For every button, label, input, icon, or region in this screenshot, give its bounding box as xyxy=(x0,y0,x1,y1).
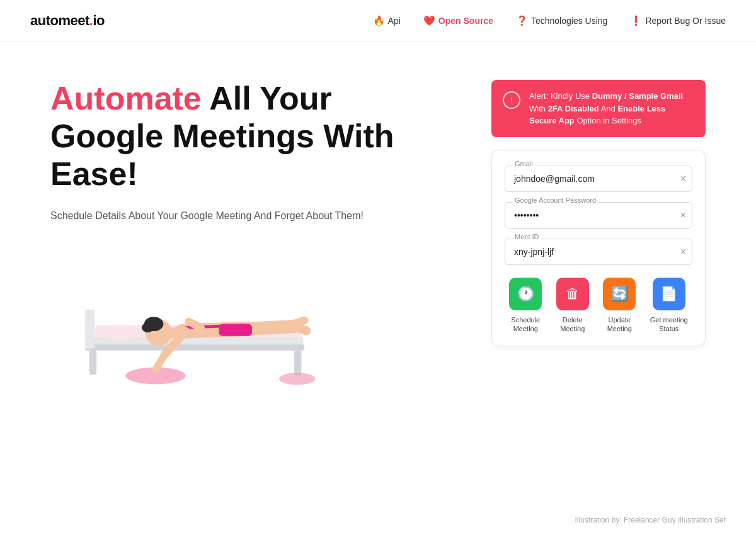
schedule-label: ScheduleMeeting xyxy=(511,315,540,334)
nav-item-api[interactable]: 🔥 Api xyxy=(373,15,401,26)
hero-subtitle: Schedule Details About Your Google Meeti… xyxy=(50,208,403,224)
hero-title-highlight: Automate xyxy=(50,80,202,116)
svg-line-14 xyxy=(156,354,164,370)
svg-point-19 xyxy=(142,323,154,332)
action-buttons: 🕐 ScheduleMeeting 🗑 DeleteMeeting 🔄 Upda… xyxy=(505,278,692,334)
alert-bold2: 2FA Disabled xyxy=(548,104,599,113)
delete-meeting-button[interactable]: 🗑 DeleteMeeting xyxy=(556,278,589,334)
delete-label: DeleteMeeting xyxy=(560,315,585,334)
schedule-icon: 🕐 xyxy=(509,278,542,310)
svg-rect-3 xyxy=(294,351,301,375)
main-content: Automate All Your Google Meetings With E… xyxy=(0,42,756,413)
get-status-button[interactable]: 📄 Get meetingStatus xyxy=(650,278,688,334)
svg-rect-4 xyxy=(85,310,94,349)
gmail-field: Gmail × xyxy=(505,166,692,192)
gmail-input[interactable] xyxy=(505,166,692,192)
nav: 🔥 Api ❤️ Open Source ❓ Technologies Usin… xyxy=(373,15,726,26)
delete-icon: 🗑 xyxy=(556,278,589,310)
gmail-clear-button[interactable]: × xyxy=(680,174,686,184)
form-card: Gmail × Google Account Password × Meet I… xyxy=(491,150,706,347)
nav-item-api-label: Api xyxy=(388,16,401,26)
meetid-input[interactable] xyxy=(505,239,692,265)
alert-icon: ! xyxy=(503,91,520,109)
alert-pre: Alert: Kindly Use xyxy=(529,91,592,101)
password-input[interactable] xyxy=(505,202,692,229)
hero-illustration xyxy=(50,249,315,388)
svg-rect-2 xyxy=(89,351,96,375)
update-meeting-button[interactable]: 🔄 UpdateMeeting xyxy=(603,278,636,334)
exclamation-icon: ❗ xyxy=(630,15,642,26)
status-label: Get meetingStatus xyxy=(650,315,688,334)
header: automeet.io 🔥 Api ❤️ Open Source ❓ Techn… xyxy=(0,0,756,42)
svg-point-8 xyxy=(279,373,315,385)
password-clear-button[interactable]: × xyxy=(680,210,686,220)
svg-rect-1 xyxy=(85,344,304,351)
alert-bold1: Dummy / Sample Gmail xyxy=(592,91,684,101)
fire-icon: 🔥 xyxy=(373,15,385,26)
schedule-meeting-button[interactable]: 🕐 ScheduleMeeting xyxy=(509,278,542,334)
nav-item-technologies-label: Technologies Using xyxy=(531,16,607,26)
update-icon: 🔄 xyxy=(603,278,636,310)
alert-icon-symbol: ! xyxy=(510,96,513,105)
heart-icon: ❤️ xyxy=(423,15,435,26)
nav-item-report-bug[interactable]: ❗ Report Bug Or Issue xyxy=(630,15,726,26)
alert-text: Alert: Kindly Use Dummy / Sample Gmail W… xyxy=(529,90,694,127)
nav-item-open-source-label: Open Source xyxy=(438,16,493,26)
right-section: ! Alert: Kindly Use Dummy / Sample Gmail… xyxy=(491,80,706,346)
illustration-container xyxy=(50,249,315,388)
nav-item-technologies[interactable]: ❓ Technologies Using xyxy=(516,15,607,26)
meetid-clear-button[interactable]: × xyxy=(680,247,686,257)
logo-dot: . xyxy=(89,13,93,28)
alert-mid: With xyxy=(529,104,548,113)
svg-line-15 xyxy=(189,322,201,328)
logo: automeet.io xyxy=(30,13,105,29)
footer: Illustration by: Freelancer Guy Illustra… xyxy=(575,516,726,524)
alert-box: ! Alert: Kindly Use Dummy / Sample Gmail… xyxy=(491,80,706,137)
alert-post: Option in Settings xyxy=(575,116,641,125)
svg-line-21 xyxy=(291,320,304,325)
alert-and: And xyxy=(599,104,618,113)
status-icon: 📄 xyxy=(653,278,685,310)
update-label: UpdateMeeting xyxy=(607,315,632,334)
password-field: Google Account Password × xyxy=(505,202,692,229)
nav-item-report-bug-label: Report Bug Or Issue xyxy=(645,16,726,26)
question-icon: ❓ xyxy=(516,15,528,26)
left-section: Automate All Your Google Meetings With E… xyxy=(50,80,403,388)
meetid-field: Meet ID × xyxy=(505,239,692,265)
footer-text: Illustration by: Freelancer Guy Illustra… xyxy=(575,516,726,524)
hero-title: Automate All Your Google Meetings With E… xyxy=(50,80,403,193)
nav-item-open-source[interactable]: ❤️ Open Source xyxy=(423,15,493,26)
